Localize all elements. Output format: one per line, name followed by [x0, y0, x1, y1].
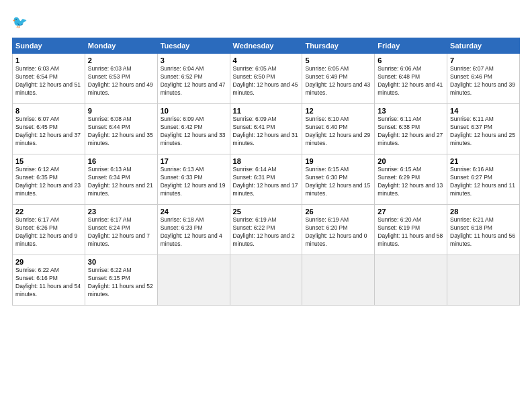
calendar-header-cell: Saturday	[447, 38, 520, 54]
calendar-week-row: 8Sunrise: 6:07 AMSunset: 6:45 PMDaylight…	[13, 104, 520, 154]
day-number: 25	[233, 208, 300, 216]
day-detail: Sunrise: 6:11 AMSunset: 6:37 PMDaylight:…	[450, 116, 517, 148]
day-detail: Sunrise: 6:05 AMSunset: 6:50 PMDaylight:…	[233, 65, 300, 97]
day-number: 1	[15, 56, 82, 64]
day-detail: Sunrise: 6:17 AMSunset: 6:24 PMDaylight:…	[88, 216, 154, 248]
day-detail: Sunrise: 6:06 AMSunset: 6:48 PMDaylight:…	[378, 65, 444, 97]
calendar-header-cell: Sunday	[13, 38, 85, 54]
day-detail: Sunrise: 6:08 AMSunset: 6:44 PMDaylight:…	[88, 116, 154, 148]
calendar-header-cell: Monday	[85, 38, 157, 54]
calendar-day-cell: 11Sunrise: 6:09 AMSunset: 6:41 PMDayligh…	[230, 104, 302, 154]
day-detail: Sunrise: 6:15 AMSunset: 6:29 PMDaylight:…	[378, 166, 444, 198]
calendar-week-row: 22Sunrise: 6:17 AMSunset: 6:26 PMDayligh…	[13, 205, 520, 255]
day-number: 17	[161, 157, 227, 165]
calendar-day-cell: 25Sunrise: 6:19 AMSunset: 6:22 PMDayligh…	[230, 205, 302, 255]
calendar-day-cell	[230, 255, 302, 306]
day-number: 22	[15, 208, 82, 216]
day-detail: Sunrise: 6:20 AMSunset: 6:19 PMDaylight:…	[378, 216, 444, 248]
day-detail: Sunrise: 6:18 AMSunset: 6:23 PMDaylight:…	[161, 216, 227, 248]
day-number: 21	[450, 157, 517, 165]
calendar-day-cell: 12Sunrise: 6:10 AMSunset: 6:40 PMDayligh…	[302, 104, 375, 154]
day-number: 7	[450, 56, 517, 64]
calendar-day-cell: 4Sunrise: 6:05 AMSunset: 6:50 PMDaylight…	[230, 54, 302, 104]
day-number: 29	[15, 258, 82, 266]
calendar-day-cell: 5Sunrise: 6:05 AMSunset: 6:49 PMDaylight…	[302, 54, 375, 104]
day-number: 4	[233, 56, 300, 64]
day-detail: Sunrise: 6:16 AMSunset: 6:27 PMDaylight:…	[450, 166, 517, 198]
day-number: 24	[161, 208, 227, 216]
day-number: 11	[233, 107, 300, 115]
calendar-day-cell: 9Sunrise: 6:08 AMSunset: 6:44 PMDaylight…	[85, 104, 157, 154]
day-number: 13	[378, 107, 444, 115]
day-detail: Sunrise: 6:09 AMSunset: 6:42 PMDaylight:…	[161, 116, 227, 148]
day-detail: Sunrise: 6:10 AMSunset: 6:40 PMDaylight:…	[305, 116, 371, 148]
calendar-day-cell: 21Sunrise: 6:16 AMSunset: 6:27 PMDayligh…	[447, 154, 520, 205]
page-container: 🐦 SundayMondayTuesdayWednesdayThursdayFr…	[0, 0, 532, 312]
calendar-day-cell: 29Sunrise: 6:22 AMSunset: 6:16 PMDayligh…	[13, 255, 85, 306]
day-detail: Sunrise: 6:07 AMSunset: 6:46 PMDaylight:…	[450, 65, 517, 97]
calendar-day-cell: 2Sunrise: 6:03 AMSunset: 6:53 PMDaylight…	[85, 54, 157, 104]
day-number: 19	[305, 157, 371, 165]
day-detail: Sunrise: 6:19 AMSunset: 6:20 PMDaylight:…	[305, 216, 371, 248]
calendar-day-cell: 10Sunrise: 6:09 AMSunset: 6:42 PMDayligh…	[157, 104, 230, 154]
day-detail: Sunrise: 6:03 AMSunset: 6:54 PMDaylight:…	[15, 65, 82, 97]
calendar-day-cell: 15Sunrise: 6:12 AMSunset: 6:35 PMDayligh…	[13, 154, 85, 205]
calendar-week-row: 15Sunrise: 6:12 AMSunset: 6:35 PMDayligh…	[13, 154, 520, 205]
calendar-body: 1Sunrise: 6:03 AMSunset: 6:54 PMDaylight…	[13, 54, 520, 306]
day-detail: Sunrise: 6:09 AMSunset: 6:41 PMDaylight:…	[233, 116, 300, 148]
calendar-day-cell: 27Sunrise: 6:20 AMSunset: 6:19 PMDayligh…	[375, 205, 447, 255]
calendar-day-cell: 8Sunrise: 6:07 AMSunset: 6:45 PMDaylight…	[13, 104, 85, 154]
day-number: 15	[15, 157, 82, 165]
day-number: 14	[450, 107, 517, 115]
day-detail: Sunrise: 6:21 AMSunset: 6:18 PMDaylight:…	[450, 216, 517, 248]
calendar-day-cell: 19Sunrise: 6:15 AMSunset: 6:30 PMDayligh…	[302, 154, 375, 205]
calendar-header-cell: Tuesday	[157, 38, 230, 54]
calendar-table: SundayMondayTuesdayWednesdayThursdayFrid…	[12, 38, 520, 306]
calendar-header-cell: Wednesday	[230, 38, 302, 54]
calendar-header-cell: Thursday	[302, 38, 375, 54]
calendar-day-cell: 1Sunrise: 6:03 AMSunset: 6:54 PMDaylight…	[13, 54, 85, 104]
calendar-day-cell: 22Sunrise: 6:17 AMSunset: 6:26 PMDayligh…	[13, 205, 85, 255]
calendar-header-cell: Friday	[375, 38, 447, 54]
calendar-day-cell	[375, 255, 447, 306]
day-detail: Sunrise: 6:14 AMSunset: 6:31 PMDaylight:…	[233, 166, 300, 198]
day-number: 20	[378, 157, 444, 165]
day-number: 9	[88, 107, 154, 115]
day-number: 3	[161, 56, 227, 64]
day-number: 2	[88, 56, 154, 64]
day-detail: Sunrise: 6:13 AMSunset: 6:33 PMDaylight:…	[161, 166, 227, 198]
day-number: 10	[161, 107, 227, 115]
calendar-day-cell: 28Sunrise: 6:21 AMSunset: 6:18 PMDayligh…	[447, 205, 520, 255]
calendar-day-cell: 16Sunrise: 6:13 AMSunset: 6:34 PMDayligh…	[85, 154, 157, 205]
day-detail: Sunrise: 6:19 AMSunset: 6:22 PMDaylight:…	[233, 216, 300, 248]
day-detail: Sunrise: 6:13 AMSunset: 6:34 PMDaylight:…	[88, 166, 154, 198]
day-number: 16	[88, 157, 154, 165]
logo: 🐦	[12, 12, 34, 31]
logo-icon: 🐦	[12, 12, 31, 31]
calendar-day-cell: 26Sunrise: 6:19 AMSunset: 6:20 PMDayligh…	[302, 205, 375, 255]
day-detail: Sunrise: 6:04 AMSunset: 6:52 PMDaylight:…	[161, 65, 227, 97]
day-number: 8	[15, 107, 82, 115]
calendar-day-cell: 3Sunrise: 6:04 AMSunset: 6:52 PMDaylight…	[157, 54, 230, 104]
calendar-day-cell: 7Sunrise: 6:07 AMSunset: 6:46 PMDaylight…	[447, 54, 520, 104]
calendar-day-cell	[302, 255, 375, 306]
day-number: 18	[233, 157, 300, 165]
day-detail: Sunrise: 6:05 AMSunset: 6:49 PMDaylight:…	[305, 65, 371, 97]
day-number: 12	[305, 107, 371, 115]
calendar-day-cell: 17Sunrise: 6:13 AMSunset: 6:33 PMDayligh…	[157, 154, 230, 205]
day-detail: Sunrise: 6:17 AMSunset: 6:26 PMDaylight:…	[15, 216, 82, 248]
calendar-day-cell: 13Sunrise: 6:11 AMSunset: 6:38 PMDayligh…	[375, 104, 447, 154]
day-number: 23	[88, 208, 154, 216]
calendar-header-row: SundayMondayTuesdayWednesdayThursdayFrid…	[13, 38, 520, 54]
calendar-day-cell: 6Sunrise: 6:06 AMSunset: 6:48 PMDaylight…	[375, 54, 447, 104]
day-detail: Sunrise: 6:22 AMSunset: 6:15 PMDaylight:…	[88, 267, 154, 299]
calendar-week-row: 29Sunrise: 6:22 AMSunset: 6:16 PMDayligh…	[13, 255, 520, 306]
day-number: 28	[450, 208, 517, 216]
day-detail: Sunrise: 6:11 AMSunset: 6:38 PMDaylight:…	[378, 116, 444, 148]
day-detail: Sunrise: 6:15 AMSunset: 6:30 PMDaylight:…	[305, 166, 371, 198]
svg-text:🐦: 🐦	[12, 15, 28, 30]
calendar-day-cell: 14Sunrise: 6:11 AMSunset: 6:37 PMDayligh…	[447, 104, 520, 154]
day-detail: Sunrise: 6:07 AMSunset: 6:45 PMDaylight:…	[15, 116, 82, 148]
calendar-day-cell: 18Sunrise: 6:14 AMSunset: 6:31 PMDayligh…	[230, 154, 302, 205]
day-number: 5	[305, 56, 371, 64]
